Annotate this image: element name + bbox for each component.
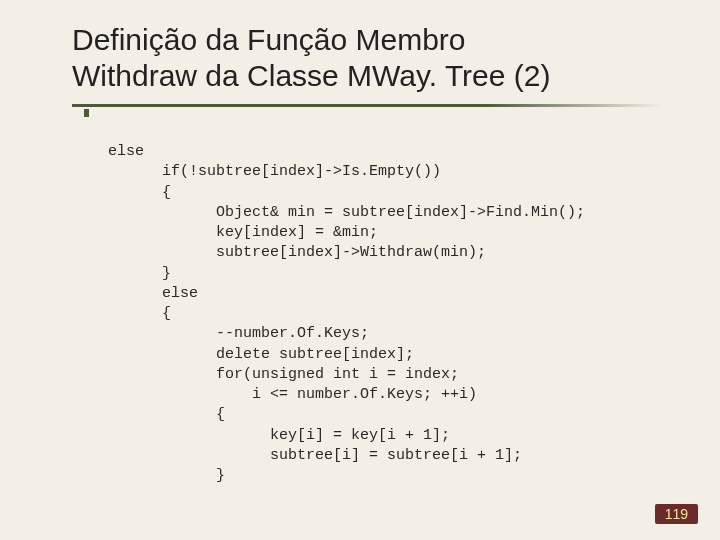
code-line: for(unsigned int i = index;: [108, 366, 459, 383]
code-line: key[i] = key[i + 1];: [108, 427, 450, 444]
title-tick: [84, 109, 89, 117]
code-line: {: [108, 406, 225, 423]
slide: Definição da Função Membro Withdraw da C…: [0, 0, 720, 540]
code-line: Object& min = subtree[index]->Find.Min()…: [108, 204, 585, 221]
code-line: subtree[i] = subtree[i + 1];: [108, 447, 522, 464]
slide-title: Definição da Função Membro Withdraw da C…: [72, 22, 680, 94]
code-line: subtree[index]->Withdraw(min);: [108, 244, 486, 261]
title-line-2: Withdraw da Classe MWay. Tree (2): [72, 59, 550, 92]
page-number: 119: [655, 504, 698, 524]
code-line: key[index] = &min;: [108, 224, 378, 241]
code-block: else if(!subtree[index]->Is.Empty()) { O…: [108, 142, 585, 486]
title-underline: [72, 104, 662, 107]
code-line: delete subtree[index];: [108, 346, 414, 363]
title-line-1: Definição da Função Membro: [72, 23, 466, 56]
code-line: }: [108, 265, 171, 282]
code-line: --number.Of.Keys;: [108, 325, 369, 342]
code-line: else: [108, 285, 198, 302]
code-line: else: [108, 143, 144, 160]
code-line: {: [108, 305, 171, 322]
code-line: {: [108, 184, 171, 201]
code-line: i <= number.Of.Keys; ++i): [108, 386, 477, 403]
code-line: if(!subtree[index]->Is.Empty()): [108, 163, 441, 180]
code-line: }: [108, 467, 225, 484]
